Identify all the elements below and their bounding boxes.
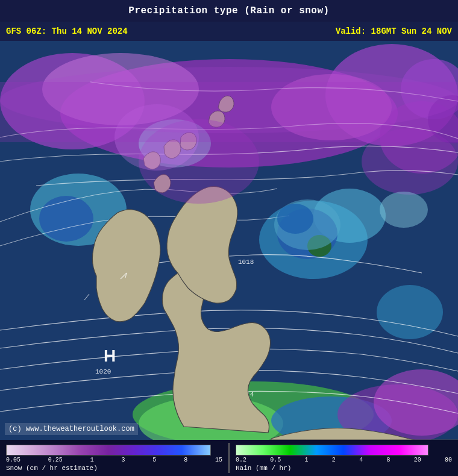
snow-gradient: [6, 445, 211, 456]
snow-label-3: 1: [90, 457, 94, 463]
snow-legend: 0.05 0.25 1 3 5 8 15 Snow (cm / hr estim…: [6, 445, 222, 472]
rain-label-7: 20: [414, 457, 421, 463]
svg-point-21: [380, 192, 428, 228]
rain-label-2: 0.5: [270, 457, 281, 463]
rain-labels: 0.2 0.5 1 2 4 8 20 80: [236, 457, 452, 463]
snow-legend-title: Snow (cm / hr estimate): [6, 465, 222, 472]
weather-map: Precipitation type (Rain or snow) GFS 06…: [0, 0, 458, 476]
snow-labels: 0.05 0.25 1 3 5 8 15: [6, 457, 222, 463]
svg-text:1018: 1018: [238, 258, 254, 266]
svg-point-42: [0, 67, 458, 133]
snow-label-5: 5: [152, 457, 156, 463]
snow-label-4: 3: [121, 457, 125, 463]
rain-gradient: [236, 445, 428, 456]
rain-legend: 0.2 0.5 1 2 4 8 20 80 Rain (mm / hr): [236, 445, 452, 472]
svg-text:H: H: [104, 346, 116, 365]
svg-point-12: [39, 196, 93, 242]
svg-point-40: [277, 204, 313, 234]
svg-text:1020: 1020: [95, 368, 111, 375]
snow-label-6: 8: [184, 457, 187, 463]
map-area: 1018 1016 1014 1012 1010 1008 1006 1010: [0, 41, 458, 440]
rain-legend-title: Rain (mm / hr): [236, 465, 452, 472]
legend-divider: [228, 443, 230, 473]
rain-label-1: 0.2: [236, 457, 246, 463]
snow-label-7: 15: [215, 457, 222, 463]
valid-time-info: Valid: 18GMT Sun 24 NOV: [336, 27, 452, 36]
rain-label-5: 4: [359, 457, 363, 463]
rain-label-8: 80: [445, 457, 452, 463]
info-bar: GFS 06Z: Thu 14 NOV 2024 Valid: 18GMT Su…: [0, 22, 458, 41]
snow-label-2: 0.25: [48, 457, 63, 463]
rain-label-3: 1: [305, 457, 309, 463]
map-title: Precipitation type (Rain or snow): [128, 5, 329, 16]
snow-label-1: 0.05: [6, 457, 20, 463]
copyright-label: (c) www.theweatheroutlook.com: [5, 423, 138, 435]
rain-label-4: 2: [332, 457, 336, 463]
model-run-info: GFS 06Z: Thu 14 NOV 2024: [6, 27, 128, 36]
svg-point-11: [377, 285, 443, 339]
legend-bar: 0.05 0.25 1 3 5 8 15 Snow (cm / hr estim…: [0, 440, 458, 476]
rain-label-6: 8: [386, 457, 390, 463]
title-bar: Precipitation type (Rain or snow): [0, 0, 458, 22]
